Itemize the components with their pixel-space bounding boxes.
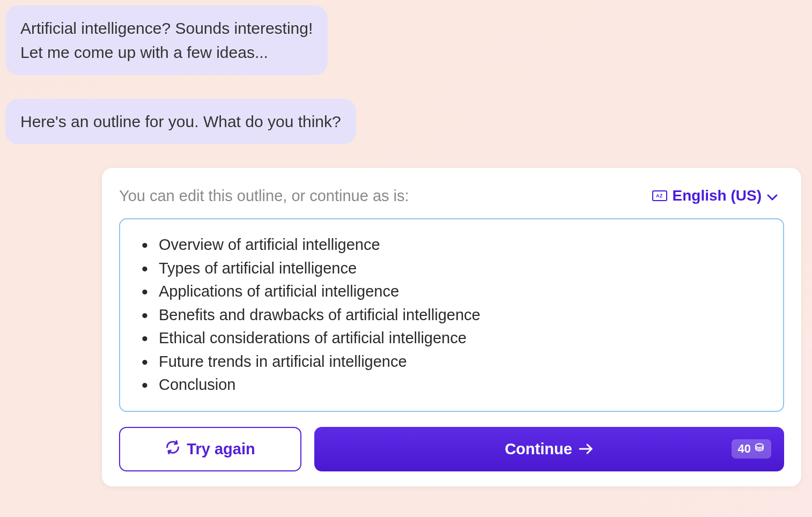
chevron-down-icon [767, 187, 778, 204]
credits-value: 40 [738, 442, 751, 456]
try-again-button[interactable]: Try again [119, 427, 301, 471]
outline-item[interactable]: Ethical considerations of artificial int… [139, 327, 764, 350]
language-selector[interactable]: AZ English (US) [646, 183, 784, 209]
svg-point-0 [756, 444, 763, 448]
outline-list: Overview of artificial intelligence Type… [139, 233, 764, 397]
assistant-message-line: Artificial intelligence? Sounds interest… [20, 19, 313, 37]
assistant-message-bubble: Artificial intelligence? Sounds interest… [5, 5, 328, 75]
outline-header: You can edit this outline, or continue a… [119, 183, 784, 209]
outline-item[interactable]: Benefits and drawbacks of artificial int… [139, 304, 764, 327]
assistant-message-line: Let me come up with a few ideas... [20, 43, 268, 61]
outline-editor[interactable]: Overview of artificial intelligence Type… [119, 218, 784, 412]
credits-badge: 40 [732, 439, 771, 459]
language-icon: AZ [652, 190, 667, 201]
outline-item[interactable]: Overview of artificial intelligence [139, 233, 764, 257]
continue-label: Continue [505, 440, 572, 458]
outline-item[interactable]: Future trends in artificial intelligence [139, 350, 764, 374]
outline-item[interactable]: Applications of artificial intelligence [139, 280, 764, 304]
button-row: Try again Continue 40 [119, 427, 784, 471]
arrow-right-icon [579, 440, 594, 458]
assistant-message-bubble: Here's an outline for you. What do you t… [5, 99, 356, 144]
outline-card: You can edit this outline, or continue a… [102, 168, 801, 486]
outline-item[interactable]: Conclusion [139, 373, 764, 397]
outline-item[interactable]: Types of artificial intelligence [139, 257, 764, 280]
language-label: English (US) [673, 187, 762, 204]
refresh-icon [165, 440, 180, 459]
continue-button[interactable]: Continue 40 [314, 427, 784, 471]
coin-icon [754, 442, 765, 456]
assistant-message-text: Here's an outline for you. What do you t… [20, 113, 341, 130]
try-again-label: Try again [187, 440, 255, 458]
outline-hint: You can edit this outline, or continue a… [119, 187, 409, 205]
